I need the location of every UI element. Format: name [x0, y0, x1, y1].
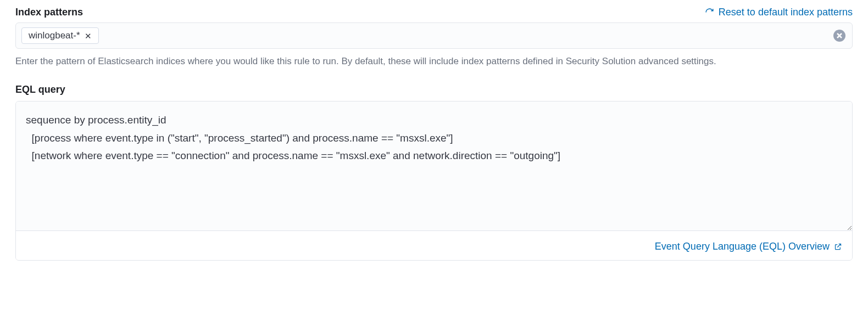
eql-footer: Event Query Language (EQL) Overview [16, 233, 852, 260]
reset-link-text: Reset to default index patterns [719, 7, 853, 18]
eql-query-label: EQL query [15, 84, 853, 95]
index-patterns-combobox[interactable]: winlogbeat-* ✕ [15, 22, 853, 49]
eql-overview-link[interactable]: Event Query Language (EQL) Overview [655, 241, 842, 252]
remove-pill-icon[interactable]: ✕ [85, 32, 92, 40]
index-pattern-pill[interactable]: winlogbeat-* ✕ [21, 27, 99, 44]
close-icon [837, 33, 842, 38]
index-patterns-label: Index patterns [15, 7, 83, 18]
index-patterns-help-text: Enter the pattern of Elasticsearch indic… [15, 54, 853, 69]
reset-default-index-patterns-link[interactable]: Reset to default index patterns [705, 7, 853, 18]
popout-icon [834, 243, 842, 251]
refresh-icon [705, 8, 714, 17]
eql-query-textarea[interactable] [16, 102, 852, 231]
eql-query-box: Event Query Language (EQL) Overview [15, 101, 853, 261]
clear-all-index-patterns-button[interactable] [833, 30, 845, 42]
eql-overview-link-text: Event Query Language (EQL) Overview [655, 241, 830, 252]
index-pattern-pill-label: winlogbeat-* [29, 30, 80, 41]
